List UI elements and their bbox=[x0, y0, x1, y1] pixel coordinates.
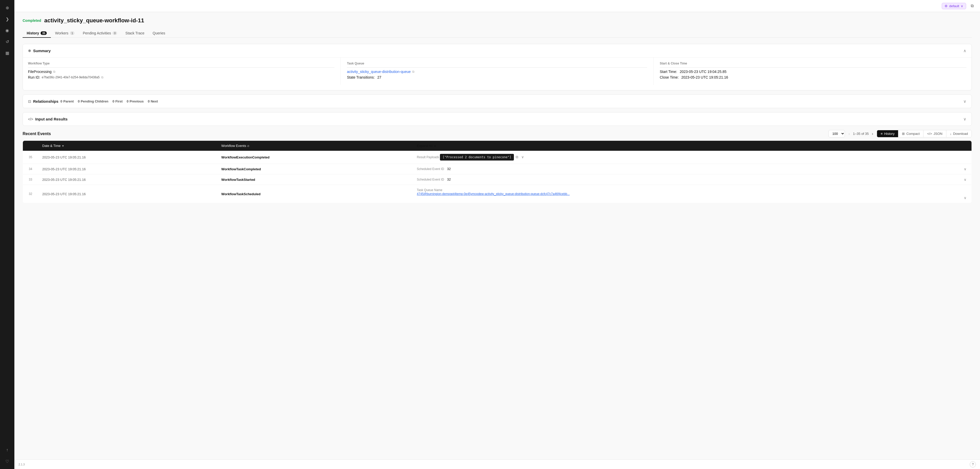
input-results-header[interactable]: </> Input and Results ∨ bbox=[23, 113, 972, 126]
view-history-btn[interactable]: ≡ History bbox=[877, 130, 898, 137]
row-number: 34 bbox=[23, 164, 38, 174]
row-expand-btn[interactable]: ∨ bbox=[520, 155, 525, 159]
workflow-type-value: FileProcessing ⧉ bbox=[28, 70, 334, 74]
compact-icon: ⊞ bbox=[902, 132, 905, 136]
row-expand-btn[interactable]: ∨ bbox=[963, 196, 967, 200]
row-detail: Scheduled Event ID 32 ∨ bbox=[413, 174, 972, 185]
relationships-header-left: ⊡ Relationships 0 Parent 0 Pending Child… bbox=[28, 99, 158, 103]
close-time-value: Close Time: 2023-05-23 UTC 19:05:21.16 bbox=[660, 75, 966, 79]
tab-workers-badge: 1 bbox=[70, 31, 75, 35]
workflow-type-copy-icon[interactable]: ⧉ bbox=[53, 70, 56, 73]
expand-all-btn[interactable]: Expand All ∨ bbox=[417, 144, 436, 148]
view-compact-btn[interactable]: ⊞ Compact bbox=[898, 130, 923, 137]
namespace-gear-icon: ⚙ bbox=[945, 4, 948, 8]
events-filter-icon[interactable]: ⊘ bbox=[247, 144, 249, 148]
rel-parent: 0 Parent bbox=[60, 99, 74, 103]
input-results-icon: </> bbox=[28, 117, 33, 121]
summary-header[interactable]: ✱ Summary ∧ bbox=[23, 44, 972, 57]
expand-all-label: Expand All bbox=[417, 144, 433, 148]
col-datetime[interactable]: Date & Time ▼ bbox=[38, 141, 217, 151]
row-event: WorkflowTaskCompleted bbox=[217, 164, 413, 174]
table-row: 32 2023-05-23 UTC 19:05:21.16 WorkflowTa… bbox=[23, 185, 972, 203]
view-json-btn[interactable]: </> JSON bbox=[923, 130, 946, 137]
recent-events-title: Recent Events bbox=[22, 132, 51, 136]
task-queue-copy-icon[interactable]: ⧉ bbox=[412, 70, 415, 73]
summary-col-workflow: Workflow Type FileProcessing ⧉ Run ID: e… bbox=[28, 57, 341, 85]
workflow-title: activity_sticky_queue-workflow-id-11 bbox=[44, 17, 144, 24]
row-copy-btn[interactable]: ⧉ bbox=[515, 155, 519, 159]
json-icon: </> bbox=[927, 132, 932, 136]
view-download-btn[interactable]: ↓ Download bbox=[947, 130, 972, 137]
tab-pending-activities-badge: 0 bbox=[113, 31, 117, 35]
tab-workers[interactable]: Workers 1 bbox=[51, 29, 79, 38]
rel-pending-children: 0 Pending Children bbox=[78, 99, 108, 103]
table-row: 35 2023-05-23 UTC 19:05:21.16 WorkflowEx… bbox=[23, 151, 972, 164]
sidebar-activity-icon[interactable]: ◉ bbox=[3, 26, 12, 35]
table-row: 33 2023-05-23 UTC 19:05:21.16 WorkflowTa… bbox=[23, 174, 972, 185]
input-results-section: </> Input and Results ∨ bbox=[22, 112, 972, 126]
namespace-chevron-icon: ∨ bbox=[961, 4, 963, 8]
page-title-row: Completed activity_sticky_queue-workflow… bbox=[22, 17, 972, 24]
row-datetime: 2023-05-23 UTC 19:05:21.16 bbox=[38, 151, 217, 164]
tab-pending-activities[interactable]: Pending Activities 0 bbox=[79, 29, 121, 38]
download-label: Download bbox=[953, 132, 968, 136]
tab-stack-trace-label: Stack Trace bbox=[125, 31, 144, 35]
recent-events-container: Recent Events 100 50 200 ‹ 1–35 of 35 › bbox=[22, 130, 972, 203]
recent-events-header: Recent Events 100 50 200 ‹ 1–35 of 35 › bbox=[22, 130, 972, 137]
namespace-button[interactable]: ⚙ default ∨ bbox=[942, 3, 966, 9]
view-toggle: ≡ History ⊞ Compact </> JSON ↓ bbox=[877, 130, 972, 137]
relationships-header[interactable]: ⊡ Relationships 0 Parent 0 Pending Child… bbox=[23, 95, 972, 108]
events-table: Date & Time ▼ Workflow Events ⊘ Expand A… bbox=[22, 140, 972, 203]
status-badge: Completed bbox=[22, 19, 41, 22]
tab-workers-label: Workers bbox=[55, 31, 68, 35]
tab-stack-trace[interactable]: Stack Trace bbox=[121, 29, 148, 38]
history-icon: ≡ bbox=[881, 132, 883, 136]
tab-queries[interactable]: Queries bbox=[148, 29, 169, 38]
relationships-chevron-icon: ∨ bbox=[963, 99, 966, 104]
summary-title: Summary bbox=[33, 49, 51, 53]
summary-section: ✱ Summary ∧ Workflow Type FileProcessing… bbox=[22, 44, 972, 91]
sidebar-favorite-icon[interactable]: ♡ bbox=[3, 457, 12, 466]
expand-all-chevron: ∨ bbox=[434, 144, 436, 148]
summary-col-time: Start & Close Time Start Time: 2023-05-2… bbox=[654, 57, 966, 85]
row-detail: Scheduled Event ID 32 ∨ bbox=[413, 164, 972, 174]
row-expand-btn[interactable]: ∨ bbox=[963, 167, 967, 171]
copy-link-icon[interactable]: ⧉ bbox=[968, 2, 976, 10]
help-button[interactable]: ? bbox=[970, 461, 976, 467]
sidebar-nav-icon[interactable]: ❯ bbox=[3, 14, 12, 24]
relationships-title: Relationships bbox=[33, 99, 58, 103]
task-queue-label: Task Queue bbox=[347, 62, 647, 68]
sidebar-home-icon[interactable]: ⊕ bbox=[3, 3, 12, 12]
sidebar-workflow-icon[interactable]: ↺ bbox=[3, 37, 12, 46]
start-close-time-label: Start & Close Time bbox=[660, 62, 966, 68]
page-size-select[interactable]: 100 50 200 bbox=[829, 130, 845, 137]
namespace-label: default bbox=[949, 4, 959, 8]
page-content: Completed activity_sticky_queue-workflow… bbox=[14, 12, 980, 208]
rel-previous: 0 Previous bbox=[127, 99, 143, 103]
pagination-prev-btn[interactable]: ‹ bbox=[847, 131, 851, 137]
col-events[interactable]: Workflow Events ⊘ bbox=[217, 141, 413, 151]
row-number: 35 bbox=[23, 151, 38, 164]
rel-next: 0 Next bbox=[148, 99, 158, 103]
tabs-container: History 35 Workers 1 Pending Activities … bbox=[22, 29, 972, 38]
sidebar-archive-icon[interactable]: ▦ bbox=[3, 48, 12, 57]
input-results-header-left: </> Input and Results bbox=[28, 117, 68, 121]
pagination-next-btn[interactable]: › bbox=[870, 131, 875, 137]
run-id-value: Run ID: e7fad36c-2941-40e7-b254-9e8da704… bbox=[28, 75, 334, 79]
row-event: WorkflowExecutionCompleted bbox=[217, 151, 413, 164]
row-event: WorkflowTaskScheduled bbox=[217, 185, 413, 203]
tab-pending-activities-label: Pending Activities bbox=[83, 31, 111, 35]
input-results-title: Input and Results bbox=[35, 117, 68, 121]
main-content: ⚙ default ∨ ⧉ Completed activity_sticky_… bbox=[14, 0, 980, 469]
tab-history[interactable]: History 35 bbox=[22, 29, 51, 38]
sidebar: ⊕ ❯ ◉ ↺ ▦ ↑ ♡ bbox=[0, 0, 14, 469]
sidebar-upload-icon[interactable]: ↑ bbox=[3, 445, 12, 455]
task-queue-link[interactable]: activity_sticky_queue-distribution-queue bbox=[347, 70, 410, 74]
run-id-copy-icon[interactable]: ⧉ bbox=[101, 76, 103, 79]
row-expand-btn[interactable]: ∨ bbox=[963, 178, 967, 181]
workflow-type-label: Workflow Type bbox=[28, 62, 334, 68]
row-number: 32 bbox=[23, 185, 38, 203]
json-label: JSON bbox=[934, 132, 942, 136]
bottom-bar: 2.1.3 ? bbox=[14, 459, 980, 469]
task-queue-name-link[interactable]: 4745@burningion-demogpt4temp-0e45ymcpdew… bbox=[417, 192, 570, 196]
